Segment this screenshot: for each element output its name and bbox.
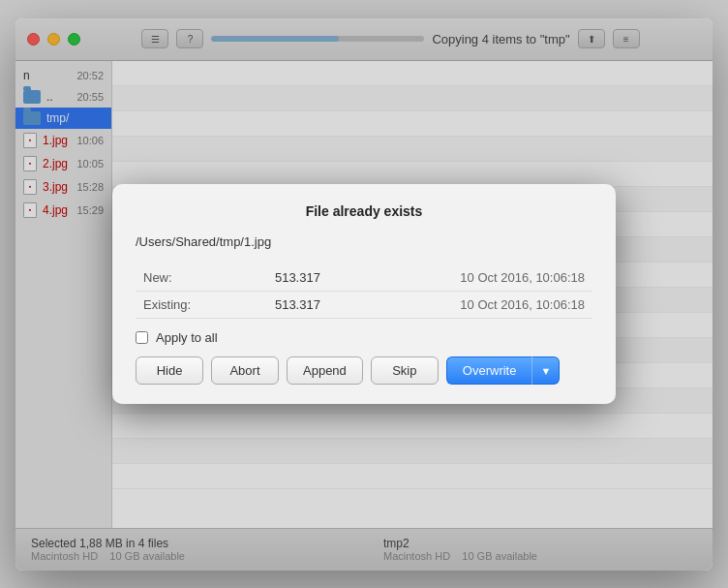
dialog-filepath: /Users/Shared/tmp/1.jpg <box>136 234 592 249</box>
dialog-table: New: 513.317 10 Oct 2016, 10:06:18 Exist… <box>136 264 592 319</box>
dialog-buttons: Hide Abort Append Skip Overwrite ▼ <box>136 356 592 385</box>
overwrite-dropdown-arrow[interactable]: ▼ <box>531 356 560 385</box>
file-exists-dialog: File already exists /Users/Shared/tmp/1.… <box>112 184 616 404</box>
apply-to-all-row: Apply to all <box>136 330 592 345</box>
hide-button[interactable]: Hide <box>136 356 203 385</box>
abort-button[interactable]: Abort <box>211 356 279 385</box>
table-row-new: New: 513.317 10 Oct 2016, 10:06:18 <box>136 264 592 292</box>
table-row-existing: Existing: 513.317 10 Oct 2016, 10:06:18 <box>136 292 592 319</box>
existing-date: 10 Oct 2016, 10:06:18 <box>328 292 592 319</box>
overwrite-split-button: Overwrite ▼ <box>446 356 561 385</box>
dialog-title: File already exists <box>136 203 592 219</box>
dialog-overlay: File already exists /Users/Shared/tmp/1.… <box>15 18 713 571</box>
apply-to-all-label: Apply to all <box>156 330 218 345</box>
append-button[interactable]: Append <box>287 356 363 385</box>
apply-to-all-checkbox[interactable] <box>136 331 148 344</box>
existing-size: 513.317 <box>213 292 328 319</box>
finder-window: ☰ ? Copying 4 items to "tmp" ⬆ ≡ n 20:52… <box>15 18 713 571</box>
new-date: 10 Oct 2016, 10:06:18 <box>328 264 592 292</box>
overwrite-button[interactable]: Overwrite <box>446 356 532 385</box>
new-label: New: <box>136 264 213 292</box>
new-size: 513.317 <box>213 264 328 292</box>
skip-button[interactable]: Skip <box>371 356 439 385</box>
existing-label: Existing: <box>136 292 213 319</box>
